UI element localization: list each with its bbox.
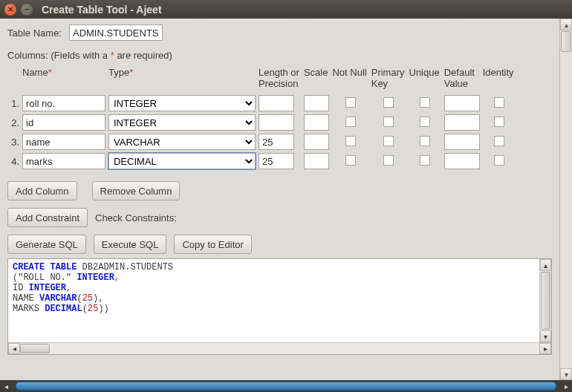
add-column-button[interactable]: Add Column (7, 181, 77, 200)
primary-key-checkbox[interactable] (383, 117, 394, 127)
table-row: 1.INTEGER (7, 94, 519, 113)
col-identity-header: Identity (483, 67, 519, 94)
unique-checkbox[interactable] (420, 155, 430, 166)
default-value-input[interactable] (444, 95, 480, 111)
column-name-input[interactable] (22, 134, 105, 150)
titlebar: ✕ – Create Table Tool - Ajeet (0, 0, 572, 19)
scroll-thumb[interactable] (561, 31, 571, 52)
not-null-checkbox[interactable] (345, 97, 356, 108)
column-type-select[interactable]: DECIMAL (108, 153, 256, 169)
column-name-input[interactable] (22, 114, 105, 131)
scroll-thumb[interactable] (20, 344, 50, 353)
column-length-input[interactable] (259, 153, 294, 169)
generate-sql-button[interactable]: Generate SQL (7, 235, 86, 254)
identity-checkbox[interactable] (494, 117, 504, 127)
column-scale-input[interactable] (304, 134, 329, 150)
check-constraints-label: Check Constraints: (95, 212, 177, 223)
column-type-select[interactable]: INTEGER (108, 95, 256, 111)
table-name-label: Table Name: (7, 27, 62, 39)
app-horizontal-scrollbar[interactable]: ◂ ▸ (0, 380, 572, 392)
scroll-down-icon[interactable]: ▾ (560, 368, 572, 380)
not-null-checkbox[interactable] (345, 155, 356, 166)
remove-column-button[interactable]: Remove Column (92, 181, 181, 200)
default-value-input[interactable] (444, 134, 480, 150)
table-name-input[interactable] (69, 24, 163, 41)
column-name-input[interactable] (22, 95, 105, 111)
col-notnull-header: Not Null (332, 67, 371, 94)
column-length-input[interactable] (259, 134, 294, 150)
column-name-input[interactable] (22, 153, 105, 169)
unique-checkbox[interactable] (420, 117, 430, 127)
primary-key-checkbox[interactable] (383, 97, 394, 108)
scroll-up-icon[interactable]: ▴ (540, 259, 551, 271)
primary-key-checkbox[interactable] (383, 136, 394, 146)
minimize-icon[interactable]: – (21, 4, 33, 16)
sql-text[interactable]: CREATE TABLE DB2ADMIN.STUDENTS ("ROLL NO… (8, 259, 539, 342)
row-index: 2. (7, 113, 22, 132)
column-type-select[interactable]: VARCHAR (108, 134, 256, 150)
not-null-checkbox[interactable] (345, 117, 356, 127)
col-pk-header: PrimaryKey (371, 67, 409, 94)
identity-checkbox[interactable] (494, 155, 504, 166)
add-constraint-button[interactable]: Add Constraint (7, 208, 88, 227)
default-value-input[interactable] (444, 153, 480, 169)
not-null-checkbox[interactable] (345, 136, 356, 146)
window-title: Create Table Tool - Ajeet (42, 4, 162, 16)
scroll-left-icon[interactable]: ◂ (8, 343, 20, 354)
table-row: 3.VARCHAR (7, 132, 519, 151)
sql-vertical-scrollbar[interactable]: ▴ ▾ (539, 259, 551, 342)
row-index: 4. (7, 151, 22, 171)
column-length-input[interactable] (259, 95, 294, 111)
execute-sql-button[interactable]: Execute SQL (94, 235, 167, 254)
close-icon[interactable]: ✕ (4, 4, 16, 16)
unique-checkbox[interactable] (420, 97, 430, 108)
col-length-header: Length orPrecision (259, 67, 304, 94)
content-area: Table Name: Columns: (Fields with a * ar… (0, 19, 559, 380)
column-scale-input[interactable] (304, 114, 329, 131)
row-index: 3. (7, 132, 22, 151)
col-unique-header: Unique (409, 67, 444, 94)
sql-horizontal-scrollbar[interactable]: ◂ ▸ (8, 342, 551, 354)
primary-key-checkbox[interactable] (383, 155, 394, 166)
scroll-right-icon[interactable]: ▸ (560, 380, 572, 392)
column-scale-input[interactable] (304, 153, 329, 169)
copy-to-editor-button[interactable]: Copy to Editor (174, 235, 251, 254)
scroll-down-icon[interactable]: ▾ (540, 330, 551, 342)
scroll-left-icon[interactable]: ◂ (0, 380, 12, 392)
columns-note: Columns: (Fields with a * are required) (7, 50, 552, 61)
col-scale-header: Scale (304, 67, 333, 94)
identity-checkbox[interactable] (494, 97, 504, 108)
default-value-input[interactable] (444, 114, 480, 131)
sql-output-area: CREATE TABLE DB2ADMIN.STUDENTS ("ROLL NO… (7, 258, 552, 355)
col-default-header: DefaultValue (444, 67, 483, 94)
unique-checkbox[interactable] (420, 136, 430, 146)
col-name-header: Name* (22, 67, 108, 94)
row-index: 1. (7, 94, 22, 113)
columns-table: Name* Type* Length orPrecision Scale Not… (7, 67, 519, 171)
col-type-header: Type* (108, 67, 259, 94)
column-scale-input[interactable] (304, 95, 329, 111)
scroll-thumb[interactable] (16, 382, 556, 391)
scroll-up-icon[interactable]: ▴ (560, 19, 572, 30)
identity-checkbox[interactable] (494, 136, 504, 146)
column-type-select[interactable]: INTEGER (108, 114, 256, 131)
table-row: 4.DECIMAL (7, 151, 519, 171)
scroll-right-icon[interactable]: ▸ (539, 343, 551, 354)
column-length-input[interactable] (259, 114, 294, 131)
table-row: 2.INTEGER (7, 113, 519, 132)
scroll-thumb[interactable] (541, 272, 550, 330)
panel-vertical-scrollbar[interactable]: ▴ ▾ (559, 19, 572, 380)
